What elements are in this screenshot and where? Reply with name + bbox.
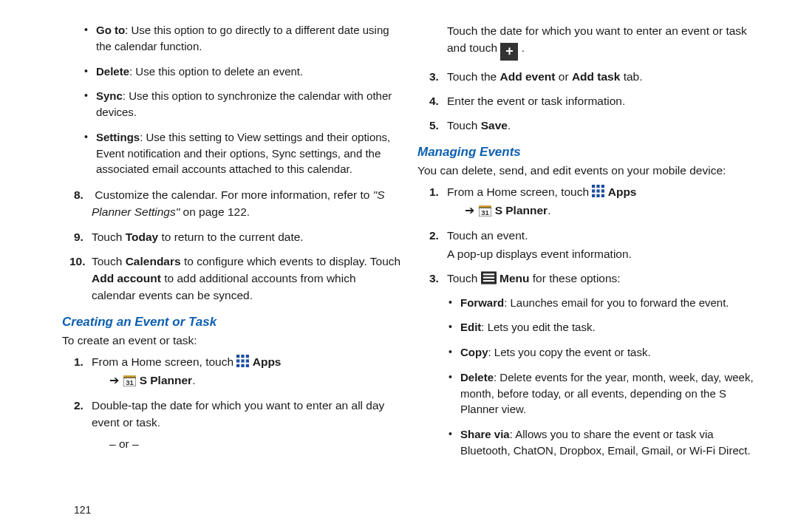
term: Sync <box>96 89 123 102</box>
page-number: 121 <box>74 504 91 516</box>
text: Touch <box>92 255 126 267</box>
svg-rect-26 <box>483 277 494 279</box>
svg-rect-15 <box>592 189 595 192</box>
step-1: 1. From a Home screen, touch Apps ➔ 31 S… <box>92 353 403 389</box>
text: or <box>555 70 571 83</box>
step-number: 1. <box>74 353 83 370</box>
list-item: Forward: Launches email for you to forwa… <box>460 295 758 311</box>
ui-label: Apps <box>253 355 282 368</box>
svg-rect-17 <box>601 189 604 192</box>
arrow-icon: ➔ <box>92 374 120 386</box>
step-number: 1. <box>429 183 439 200</box>
list-item: Copy: Lets you copy the event or task. <box>460 344 758 361</box>
text: From a Home screen, touch <box>92 355 236 368</box>
step-3: 3. Touch Menu for these options: <box>447 270 758 287</box>
text: Touch <box>92 231 126 243</box>
ui-label: Apps <box>608 185 637 198</box>
section-heading-creating: Creating an Event or Task <box>62 315 403 330</box>
svg-rect-12 <box>592 185 595 188</box>
ui-label: Today <box>126 231 159 243</box>
text: . <box>508 119 511 132</box>
term: Go to <box>96 24 125 36</box>
svg-rect-7 <box>242 364 245 366</box>
list-item: Settings: Use this setting to View setti… <box>96 129 403 177</box>
svg-rect-25 <box>483 274 494 276</box>
text: From a Home screen, touch <box>447 185 592 198</box>
page-root: Go to: Use this option to go directly to… <box>0 0 798 532</box>
step-continuation: Touch the date for which you want to ent… <box>447 22 758 61</box>
step-number: 5. <box>429 117 439 134</box>
list-item: Share via: Allows you to share the event… <box>460 426 758 459</box>
list-item: Delete: Use this option to delete an eve… <box>96 64 403 80</box>
calendar-icon: 31 <box>479 204 491 216</box>
desc: : Lets you copy the event or task. <box>488 346 651 358</box>
text: A pop-up displays event information. <box>447 245 758 262</box>
step-number: 2. <box>429 227 439 244</box>
step-number: 4. <box>429 92 439 109</box>
step-2: 2. Touch an event. A pop-up displays eve… <box>447 227 758 263</box>
list-item: Delete: Delete events for the year, mont… <box>460 369 758 417</box>
term: Delete <box>96 65 129 78</box>
text: Touch an event. <box>447 229 528 242</box>
text: to return to the current date. <box>158 231 303 243</box>
svg-rect-2 <box>246 355 249 358</box>
svg-rect-0 <box>236 355 239 358</box>
arrow-icon: ➔ <box>447 204 476 216</box>
step-number: 2. <box>74 397 83 414</box>
text: Double-tap the date for which you want t… <box>92 399 384 429</box>
intro-text: To create an event or task: <box>62 334 403 347</box>
right-column: Touch the date for which you want to ent… <box>423 22 773 532</box>
step-1: 1. From a Home screen, touch Apps ➔ 31 S… <box>447 183 758 219</box>
text: Touch <box>447 119 481 132</box>
svg-rect-13 <box>597 185 600 188</box>
step-number: 8. <box>74 186 83 203</box>
desc: : Use this option to delete an event. <box>129 65 303 78</box>
left-column: Go to: Use this option to go directly to… <box>74 22 423 532</box>
svg-text:31: 31 <box>126 378 134 386</box>
svg-rect-8 <box>246 364 249 366</box>
text: Enter the event or task information. <box>447 95 625 107</box>
text: for these options: <box>529 272 620 284</box>
step-4: 4. Enter the event or task information. <box>447 92 758 109</box>
apps-grid-icon <box>592 185 604 197</box>
svg-rect-14 <box>601 185 604 188</box>
ui-label: Add account <box>92 272 161 284</box>
text: Touch the <box>447 70 500 83</box>
step-10: 10. Touch Calendars to configure which e… <box>92 253 403 304</box>
option-bullets-left: Go to: Use this option to go directly to… <box>74 22 403 177</box>
text: on page 122. <box>180 205 250 218</box>
step-number: 10. <box>69 253 86 270</box>
step-3: 3. Touch the Add event or Add task tab. <box>447 68 758 85</box>
desc: : Use this option to go directly to a di… <box>96 24 389 52</box>
create-steps: 1. From a Home screen, touch Apps ➔ 31 S… <box>74 353 403 453</box>
step-number: 9. <box>74 228 83 245</box>
term: Delete <box>460 371 494 383</box>
apps-grid-icon <box>236 355 249 367</box>
step-5: 5. Touch Save. <box>447 117 758 134</box>
svg-rect-18 <box>592 194 595 197</box>
text: Touch <box>447 272 481 284</box>
ui-label: Add event <box>500 70 556 83</box>
manage-option-bullets: Forward: Launches email for you to forwa… <box>429 295 758 459</box>
desc: : Delete events for the year, month, wee… <box>460 371 754 416</box>
ui-label: S Planner <box>495 204 548 216</box>
svg-rect-5 <box>246 359 249 362</box>
text: tab. <box>620 70 642 83</box>
text: . <box>548 204 550 216</box>
step-number: 3. <box>429 270 439 287</box>
svg-rect-20 <box>601 194 604 197</box>
svg-text:31: 31 <box>482 208 490 216</box>
desc: : Use this option to synchronize the cal… <box>96 89 392 118</box>
term: Settings <box>96 131 140 143</box>
svg-rect-16 <box>597 189 600 192</box>
ui-label: Calendars <box>126 255 181 267</box>
text: to configure which events to display. To… <box>181 255 401 267</box>
text: Touch the date for which you want to ent… <box>447 24 747 54</box>
left-steps: 8. Customize the calendar. For more info… <box>74 186 403 304</box>
svg-rect-4 <box>242 359 245 362</box>
menu-icon <box>481 271 497 284</box>
text: . <box>522 41 525 54</box>
intro-text: You can delete, send, and edit events on… <box>417 164 758 177</box>
ui-label: Save <box>481 119 508 132</box>
desc: : Use this setting to View settings and … <box>96 131 390 176</box>
